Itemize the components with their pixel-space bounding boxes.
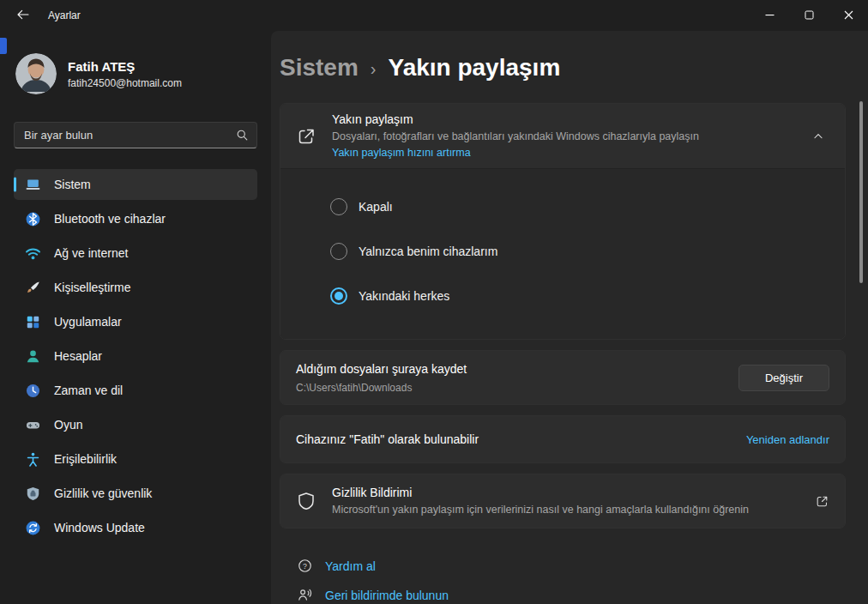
shield-icon: [24, 486, 41, 502]
svg-text:?: ?: [303, 562, 307, 571]
settings-window: Ayarlar Fatih ATEŞ: [0, 0, 868, 604]
sidebar-item-label: Oyun: [54, 418, 82, 432]
app-body: Fatih ATEŞ fatih24500@hotmail.com Sistem…: [0, 31, 868, 604]
sidebar-item-label: Gizlilik ve güvenlik: [54, 486, 152, 500]
device-name-title: Cihazınız "Fatih" olarak bulunabilir: [296, 432, 479, 448]
wifi-icon: [24, 245, 41, 262]
radio-button[interactable]: [330, 198, 347, 215]
privacy-notice-description: Microsoft'un yakın paylaşım için veriler…: [332, 503, 815, 517]
privacy-notice-title: Gizlilik Bildirimi: [332, 485, 815, 501]
save-location-path: C:\Users\fatih\Downloads: [296, 382, 738, 394]
share-icon: [296, 126, 316, 147]
sidebar-item-zaman-ve-dil[interactable]: Zaman ve dil: [14, 375, 257, 406]
sidebar-item-ag-ve-internet[interactable]: Ağ ve internet: [14, 238, 257, 269]
footer-links: ? Yardım al Geri bildirimde bulunun: [280, 558, 846, 603]
window-title: Ayarlar: [48, 9, 81, 21]
sidebar-item-label: Windows Update: [54, 521, 145, 535]
search-input[interactable]: [14, 122, 257, 148]
shield-icon: [296, 491, 316, 511]
breadcrumb: Sistem › Yakın paylaşım: [280, 53, 846, 82]
sidebar-item-label: Uygulamalar: [54, 315, 122, 329]
sidebar: Fatih ATEŞ fatih24500@hotmail.com Sistem…: [0, 31, 271, 604]
geri-bildirimde-bulunun-link[interactable]: Geri bildirimde bulunun: [297, 587, 846, 603]
radio-label: Kapalı: [359, 200, 393, 214]
radio-group: Kapalı Yalnızca benim cihazlarım Yakında…: [280, 168, 845, 339]
nearby-sharing-header[interactable]: Yakın paylaşım Dosyaları, fotoğrafları v…: [280, 104, 845, 168]
save-location-text: Aldığım dosyaları şuraya kaydet C:\Users…: [296, 361, 738, 394]
page-title: Yakın paylaşım: [389, 54, 561, 82]
main-pane: Sistem › Yakın paylaşım Yakın paylaşım D…: [271, 31, 868, 604]
radio-label: Yalnızca benim cihazlarım: [359, 245, 497, 258]
user-profile[interactable]: Fatih ATEŞ fatih24500@hotmail.com: [14, 53, 257, 94]
search-box: [14, 122, 257, 148]
back-arrow-icon: [16, 8, 30, 24]
speed-up-sharing-link[interactable]: Yakın paylaşım hızını artırma: [332, 146, 471, 160]
sidebar-item-label: Kişiselleştirme: [54, 281, 130, 294]
scrollbar[interactable]: [859, 101, 863, 283]
sidebar-item-bluetooth-ve-cihazlar[interactable]: Bluetooth ve cihazlar: [14, 203, 257, 234]
sidebar-item-hesaplar[interactable]: Hesaplar: [14, 341, 257, 371]
sidebar-item-label: Hesaplar: [54, 349, 102, 363]
sidebar-item-kisisellestirme[interactable]: Kişiselleştirme: [14, 272, 257, 303]
minimize-button[interactable]: [750, 0, 789, 31]
change-button[interactable]: Değiştir: [738, 365, 829, 391]
avatar: [15, 53, 57, 94]
sidebar-item-label: Zaman ve dil: [54, 384, 123, 397]
rename-link[interactable]: Yeniden adlandır: [746, 433, 829, 446]
user-name: Fatih ATEŞ: [68, 59, 182, 75]
accent-fragment: [0, 38, 7, 54]
user-email: fatih24500@hotmail.com: [68, 77, 182, 89]
device-name-card: Cihazınız "Fatih" olarak bulunabilir Yen…: [280, 415, 846, 463]
external-link-icon[interactable]: [815, 494, 829, 509]
sidebar-item-windows-update[interactable]: Windows Update: [14, 512, 257, 543]
sidebar-item-sistem[interactable]: Sistem: [14, 169, 257, 200]
clock-icon: [24, 383, 41, 399]
radio-option-yakindaki-herkes[interactable]: Yakındaki herkes: [330, 274, 845, 318]
window-controls: [750, 0, 868, 31]
chevron-up-icon[interactable]: [812, 130, 824, 142]
minimize-icon: [765, 9, 775, 22]
close-button[interactable]: [829, 0, 868, 31]
radio-button[interactable]: [330, 287, 347, 305]
save-location-title: Aldığım dosyaları şuraya kaydet: [296, 361, 738, 378]
sidebar-item-oyun[interactable]: Oyun: [14, 409, 257, 440]
brush-icon: [24, 280, 41, 296]
maximize-icon: [805, 9, 814, 22]
nearby-sharing-card: Yakın paylaşım Dosyaları, fotoğrafları v…: [280, 103, 846, 340]
back-button[interactable]: [7, 1, 39, 30]
privacy-notice-text: Gizlilik Bildirimi Microsoft'un yakın pa…: [332, 485, 815, 517]
titlebar: Ayarlar: [0, 0, 868, 31]
sidebar-item-label: Bluetooth ve cihazlar: [54, 212, 166, 226]
nearby-sharing-text: Yakın paylaşım Dosyaları, fotoğrafları v…: [332, 112, 812, 160]
accessibility-icon: [24, 451, 41, 468]
breadcrumb-parent[interactable]: Sistem: [280, 54, 359, 82]
footer-link-label: Geri bildirimde bulunun: [325, 589, 449, 602]
gamepad-icon: [24, 417, 41, 433]
radio-button[interactable]: [330, 243, 347, 260]
sidebar-item-erisilebilirlik[interactable]: Erişilebilirlik: [14, 444, 257, 474]
nearby-sharing-description: Dosyaları, fotoğrafları ve bağlantıları …: [332, 130, 812, 144]
yardim-al-link[interactable]: ? Yardım al: [297, 558, 846, 574]
sidebar-nav: Sistem Bluetooth ve cihazlar Ağ ve inter…: [14, 167, 257, 545]
laptop-icon: [24, 177, 41, 193]
feedback-icon: [297, 587, 313, 603]
bluetooth-icon: [24, 211, 41, 227]
close-icon: [844, 9, 853, 22]
sidebar-item-label: Sistem: [54, 178, 91, 191]
sidebar-item-label: Ağ ve internet: [54, 246, 128, 260]
user-text: Fatih ATEŞ fatih24500@hotmail.com: [68, 59, 182, 89]
save-location-card: Aldığım dosyaları şuraya kaydet C:\Users…: [280, 350, 846, 405]
radio-option-kapali[interactable]: Kapalı: [330, 184, 845, 229]
breadcrumb-separator: ›: [371, 57, 377, 79]
person-icon: [24, 348, 41, 365]
privacy-notice-card[interactable]: Gizlilik Bildirimi Microsoft'un yakın pa…: [280, 474, 846, 528]
radio-option-yalnizca-benim-cihazlarim[interactable]: Yalnızca benim cihazlarım: [330, 229, 845, 274]
search-icon[interactable]: [236, 129, 249, 142]
sidebar-item-label: Erişilebilirlik: [54, 452, 117, 466]
nearby-sharing-title: Yakın paylaşım: [332, 112, 812, 128]
sidebar-item-gizlilik-ve-guvenlik[interactable]: Gizlilik ve güvenlik: [14, 478, 257, 509]
radio-label: Yakındaki herkes: [359, 289, 449, 303]
footer-link-label: Yardım al: [325, 559, 376, 573]
maximize-button[interactable]: [789, 0, 829, 31]
sidebar-item-uygulamalar[interactable]: Uygulamalar: [14, 306, 257, 337]
